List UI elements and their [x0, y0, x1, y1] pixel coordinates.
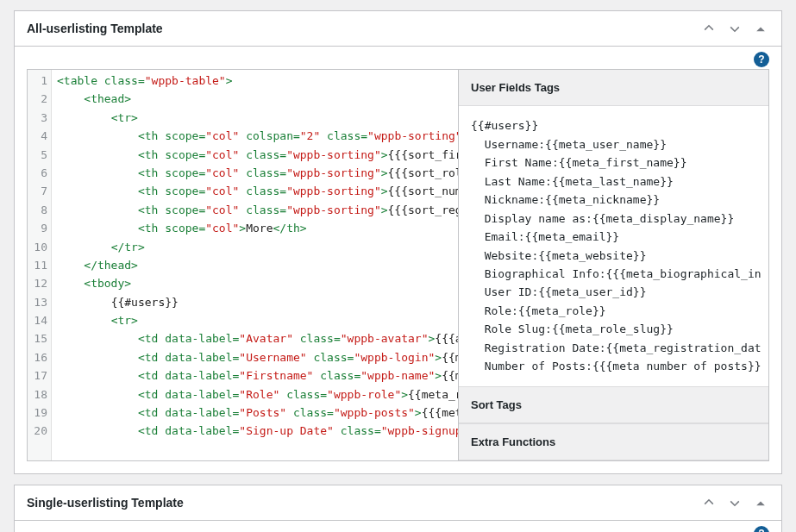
help-row: ?: [27, 47, 769, 69]
panel-body: ? 1234567891011121314151617181920 <table…: [15, 47, 781, 473]
line-gutter: 1234567891011121314151617181920: [28, 70, 52, 460]
help-icon[interactable]: ?: [754, 52, 769, 67]
help-row: ?: [27, 521, 769, 532]
tags-sidebar: User Fields Tags {{#users}} Username:{{m…: [458, 70, 768, 460]
code-editor[interactable]: 1234567891011121314151617181920 <table c…: [28, 70, 458, 460]
sidebar-body-user-fields[interactable]: {{#users}} Username:{{meta_user_name}} F…: [459, 106, 768, 385]
help-icon[interactable]: ?: [754, 526, 769, 532]
panel-header: Single-userlisting Template: [15, 485, 781, 521]
collapse-icon[interactable]: [752, 20, 769, 37]
sidebar-header-user-fields[interactable]: User Fields Tags: [459, 70, 768, 106]
panel-title: Single-userlisting Template: [27, 496, 184, 510]
sidebar-header-sort-tags[interactable]: Sort Tags: [459, 386, 768, 423]
move-up-icon[interactable]: [700, 20, 718, 37]
code-lines[interactable]: <table class="wppb-table"> <thead> <tr> …: [52, 70, 458, 460]
collapse-icon[interactable]: [752, 494, 769, 511]
panel-header: All-userlisting Template: [15, 11, 781, 47]
move-down-icon[interactable]: [726, 494, 743, 511]
move-up-icon[interactable]: [700, 494, 718, 511]
editor-row: 1234567891011121314151617181920 <table c…: [27, 69, 769, 461]
move-down-icon[interactable]: [726, 20, 743, 37]
panel-controls: [700, 20, 769, 37]
sidebar-header-extra-functions[interactable]: Extra Functions: [459, 423, 768, 460]
panel-body: ? 12345 {{{extra_go_back_link}}}<ul clas…: [15, 521, 781, 532]
panel-title: All-userlisting Template: [27, 22, 163, 35]
all-userlisting-panel: All-userlisting Template ? 1234567891011…: [14, 10, 782, 474]
single-userlisting-panel: Single-userlisting Template ? 12345 {{{e…: [14, 485, 782, 532]
panel-controls: [700, 494, 769, 511]
